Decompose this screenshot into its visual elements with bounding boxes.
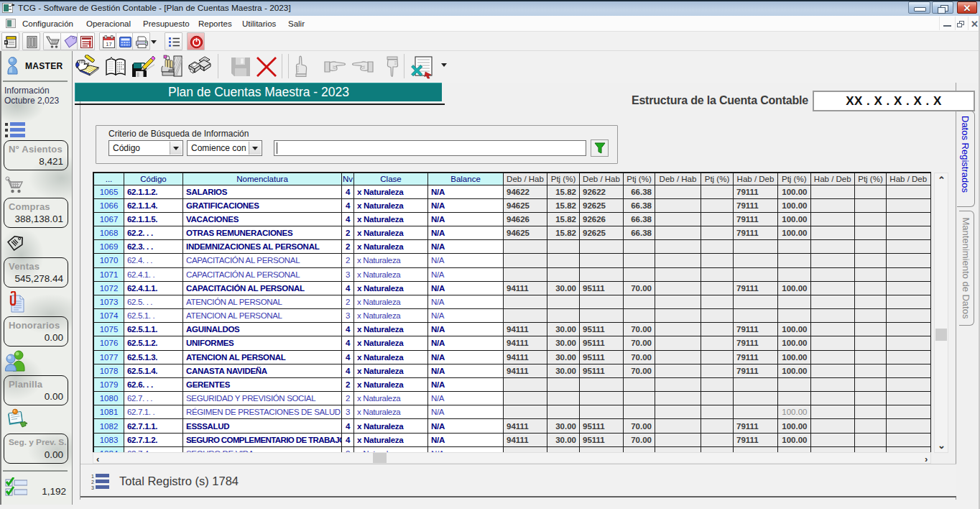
- svg-text:2: 2: [91, 480, 94, 485]
- svg-text:1: 1: [91, 474, 94, 479]
- svg-text:17: 17: [106, 41, 111, 47]
- svg-text:3: 3: [91, 485, 94, 490]
